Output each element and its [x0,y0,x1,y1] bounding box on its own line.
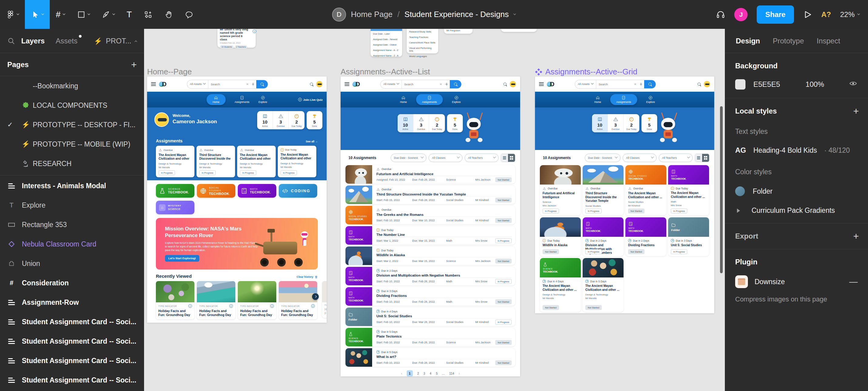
text-tool-button[interactable]: T [121,0,138,29]
search-bar[interactable]: All Assets ✕ [575,80,656,89]
menu-item[interactable]: Visual and Performing Arts [407,45,438,53]
frame-assignments-list[interactable]: D All Assets ✕ Home Assignments Explore [341,77,520,376]
sort-dropdown[interactable]: Due Date - Soonest [585,153,621,162]
partial-teacher-card[interactable]: Mr Ferguson [444,29,472,34]
add-page-button[interactable]: + [131,60,137,69]
menu-item[interactable]: Research/Study Skills [407,29,438,34]
color-swatch[interactable] [735,79,745,89]
frame-label-home[interactable]: Home--Page [147,67,192,77]
frame-home-page[interactable]: D All Assets ✕ Home Assignments Explore … [147,77,327,323]
assignment-card[interactable]: Overdue The Ancient Mayan Civilization a… [156,146,194,177]
layer-student-assignment-card[interactable]: Student Assignment Card -- Soci... [0,312,144,332]
grid-view-button[interactable] [702,154,709,162]
nav-home[interactable]: Home [207,94,226,105]
search-button[interactable] [644,80,656,89]
tab-inspect[interactable]: Inspect [817,37,840,45]
nav-assignments[interactable]: Assignments [610,94,637,105]
expand-arrow-icon[interactable] [737,208,740,213]
assignment-card[interactable]: Overdue The Ancient Mayan Civilization a… [237,146,276,177]
stat-active[interactable]: 10Active [592,114,608,132]
layer-student-assignment-card[interactable]: Student Assignment Card -- Soci... [0,370,144,390]
file-avatar[interactable]: D [332,7,346,22]
partial-class-card[interactable]: Mr Smith's very long named 5th grade sci… [217,29,256,48]
page-item-research[interactable]: RESEARCH [0,154,144,173]
join-live-quiz-button[interactable]: ?Join Live Quiz [298,98,323,102]
assignment-row[interactable]: Due TodayWildlife in AlaskaStart: Mar 2,… [345,247,515,265]
search-icon[interactable] [698,83,701,86]
nav-home[interactable]: Home [594,95,601,104]
color-style-folder[interactable]: Folder [735,187,858,196]
canvas-scrollbar[interactable] [720,106,723,273]
layer-assignment-row[interactable]: Assignment-Row [0,292,144,312]
headphones-icon[interactable] [716,10,725,19]
assignment-card[interactable]: MATHTECHBOOKDue in 2 DaysDivision and Mu… [583,217,624,256]
clear-search-icon[interactable]: ✕ [245,83,250,86]
info-icon[interactable]: i [229,304,233,308]
discovery-logo[interactable]: D [159,80,169,88]
stat-due-today[interactable]: 2Due Today [624,114,639,132]
search-input[interactable] [402,83,439,86]
search-icon[interactable] [7,37,15,45]
clear-history-link[interactable]: Clear history [297,275,318,279]
visibility-eye-icon[interactable] [848,80,858,89]
color-hex-value[interactable]: E5E5E5 [753,80,780,89]
pen-tool-button[interactable] [96,0,121,29]
page-button[interactable]: 2 [417,372,419,375]
search-filter-dropdown[interactable]: All Assets [575,80,596,88]
recently-viewed-card[interactable]: TYPE INDICATORiHoliday Facts and Fun: Gr… [279,281,317,319]
comment-tool-button[interactable] [179,0,200,29]
start-exploring-button[interactable]: Let's Start Exploring! [165,255,199,262]
search-filter-dropdown[interactable]: All Assets [187,80,208,88]
assignment-row[interactable]: OverdueThird Structure Discovered Inside… [345,186,515,204]
nav-explore[interactable]: Explore [646,95,655,104]
page-item-bookmarking[interactable]: --Bookmarking [0,76,144,95]
assignment-card[interactable]: Due Today The Ancient Mayan Civilization… [278,146,316,177]
assignment-row[interactable]: OverdueFuturism and Artificial Intellige… [345,165,515,184]
hamburger-menu-icon[interactable] [151,82,156,86]
tab-assets[interactable]: Assets [56,37,78,45]
sort-dropdown[interactable]: Due Date - Soonest [391,153,426,162]
menu-item[interactable]: Assigned Date - Newest [371,36,402,42]
layer-interests-animals-modal[interactable]: Interests - Animals Modal [0,176,144,196]
see-all-link[interactable]: See all [306,140,318,143]
microphone-icon[interactable] [250,82,256,86]
recently-viewed-card[interactable]: TYPE INDICATORiHoliday Facts and Fun: Gr… [197,281,235,319]
layer-consideration[interactable]: #Consideration [0,273,144,292]
student-avatar[interactable] [316,81,323,87]
clear-search-icon[interactable]: ✕ [439,83,443,86]
recently-viewed-card-partial[interactable]: TYPE INDICATORHoliday Facts and Fun: Gro… [322,281,327,318]
tile-social-studies-techbook[interactable]: SOCIAL STUDIESTECHBOOK [197,184,235,198]
recently-viewed-card[interactable]: TYPE INDICATORiHoliday Facts and Fun: Gr… [156,281,194,319]
discovery-logo[interactable]: D [352,80,363,88]
plugin-item-downsize[interactable]: Downsize — [735,275,858,288]
search-input[interactable] [208,83,245,86]
hand-tool-button[interactable] [159,0,179,29]
partial-skills-menu[interactable]: Research/Study Skills Teaching Practices… [407,29,438,53]
search-bar[interactable]: All Assets ✕ [380,80,462,89]
color-style-group[interactable]: Curriculum Pack Gradients [735,206,858,215]
chevron-down-icon[interactable] [513,12,516,15]
page-item-prototype-desktop[interactable]: ✓PROTOTYPE -- DESKTOP - FI... [0,115,144,135]
page-item-prototype-mobile[interactable]: PROTOTYPE -- MOBILE (WIP) [0,135,144,154]
collapse-plugin-button[interactable]: — [849,277,858,286]
nav-explore[interactable]: Explore [452,95,461,104]
info-icon[interactable]: i [311,304,315,308]
menu-item[interactable]: Due Date - Later [371,31,402,36]
stat-due-today[interactable]: 2Due Today [289,111,305,129]
list-view-button[interactable] [501,154,508,162]
user-avatar[interactable]: J [734,8,748,21]
nav-home[interactable]: Home [400,95,407,104]
nav-assignments[interactable]: Assignments [416,94,443,105]
partial-sort-menu[interactable]: Due Date - Later Assigned Date - Newest … [371,29,402,57]
stats-done-card[interactable]: 5Done [642,114,657,132]
menu-item[interactable]: Assignment Name - Z - A [371,53,402,57]
add-style-button[interactable]: + [853,106,859,116]
menu-item[interactable]: Assignment Name - A - Z [371,47,402,53]
assignment-row[interactable]: MATHTECHBOOKDue TodayThe Number LineStar… [345,226,515,245]
discovery-logo[interactable]: D [547,80,557,88]
tile-mystery-science[interactable]: ⌂MYSTERYscience [156,201,194,214]
assignment-card[interactable]: FolderDue in 3 DaysUnit 5: Social Studie… [668,217,709,256]
add-export-button[interactable]: + [853,231,859,241]
frame-label-grid[interactable]: Assignments--Active--Grid [535,67,637,77]
accessibility-button[interactable]: A? [821,10,831,19]
